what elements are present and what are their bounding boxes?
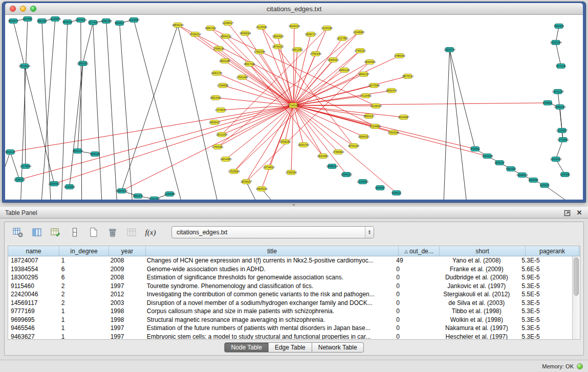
- graph-node[interactable]: 12106015: [371, 104, 382, 108]
- graph-node[interactable]: 16546103: [341, 172, 352, 177]
- table-cell[interactable]: 5.3E-5: [519, 282, 572, 291]
- table-row[interactable]: 1830029562008Estimation of significance …: [8, 273, 572, 282]
- graph-edge[interactable]: [449, 50, 475, 149]
- graph-node[interactable]: 17090214: [189, 32, 201, 37]
- graph-edge[interactable]: [83, 23, 93, 63]
- table-cell[interactable]: 14569117: [8, 299, 59, 308]
- column-header-out_de[interactable]: △out_de...: [399, 246, 440, 256]
- graph-node[interactable]: 17463091: [212, 145, 223, 149]
- graph-node[interactable]: 17465231: [355, 49, 366, 53]
- graph-node[interactable]: 9065409: [528, 178, 538, 183]
- table-cell[interactable]: 0: [394, 324, 434, 333]
- graph-node[interactable]: 17590342: [286, 170, 297, 175]
- graph-edge[interactable]: [122, 25, 178, 191]
- vertical-scrollbar[interactable]: [572, 256, 580, 339]
- graph-node[interactable]: 18563217: [363, 114, 375, 119]
- table-cell[interactable]: 0: [394, 290, 434, 299]
- graph-edge[interactable]: [293, 105, 346, 174]
- table-cell[interactable]: Estimation of the future numbers of pati…: [144, 324, 394, 333]
- table-cell[interactable]: 0: [394, 299, 434, 308]
- graph-node[interactable]: 17625814: [228, 169, 239, 174]
- table-cell[interactable]: Corpus callosum shape and size in male p…: [144, 307, 394, 316]
- splitter-grip-icon[interactable]: ▾: [289, 203, 298, 207]
- new-table-button[interactable]: [88, 226, 100, 238]
- table-cell[interactable]: 2008: [108, 273, 144, 282]
- graph-node[interactable]: 20863519: [116, 189, 127, 193]
- table-cell[interactable]: 9465546: [8, 324, 59, 333]
- graph-node[interactable]: 10982364: [101, 19, 112, 24]
- table-cell[interactable]: 9699695: [8, 316, 59, 324]
- graph-edge[interactable]: [93, 23, 102, 200]
- graph-edge[interactable]: [134, 20, 184, 200]
- table-row[interactable]: 969969511998Structural magnetic resonanc…: [8, 316, 572, 324]
- table-cell[interactable]: 9115460: [8, 282, 59, 291]
- graph-node[interactable]: 18794203: [272, 45, 284, 49]
- column-header-short[interactable]: short: [440, 246, 526, 256]
- table-cell[interactable]: 1: [59, 256, 108, 265]
- edit-columns-button[interactable]: [50, 226, 62, 238]
- graph-node[interactable]: 11548908: [353, 30, 364, 35]
- graph-node[interactable]: 17204893: [369, 124, 381, 129]
- graph-node[interactable]: 10234976: [50, 17, 61, 21]
- graph-edge[interactable]: [293, 105, 323, 156]
- table-cell[interactable]: 6: [59, 273, 108, 282]
- table-row[interactable]: 1938455462009Genome-wide association stu…: [8, 265, 572, 274]
- graph-edge[interactable]: [246, 62, 370, 182]
- graph-node[interactable]: 10304218: [482, 154, 493, 159]
- graph-node[interactable]: 9546328: [554, 24, 564, 29]
- table-cell[interactable]: 0: [394, 307, 434, 316]
- column-header-year[interactable]: year: [109, 246, 146, 256]
- table-cell[interactable]: 2012: [108, 290, 144, 299]
- graph-edge[interactable]: [70, 63, 83, 187]
- graph-node[interactable]: 18564212: [220, 34, 231, 39]
- graph-node[interactable]: 17836250: [279, 140, 291, 144]
- window-close-button[interactable]: [10, 6, 16, 12]
- graph-edge[interactable]: [293, 56, 400, 105]
- graph-edge[interactable]: [78, 63, 83, 151]
- graph-node[interactable]: 11439302: [64, 185, 75, 189]
- table-cell[interactable]: 19384554: [8, 265, 59, 274]
- table-cell[interactable]: 5.6E-5: [519, 265, 572, 274]
- table-cell[interactable]: 2: [59, 282, 108, 291]
- table-cell[interactable]: 18300295: [8, 273, 59, 282]
- table-cell[interactable]: Changes of HCN gene expression and I(f) …: [144, 256, 394, 265]
- graph-node[interactable]: 18356027: [241, 180, 252, 184]
- graph-node[interactable]: 16836412: [209, 120, 220, 125]
- table-cell[interactable]: 5.3E-5: [519, 299, 572, 308]
- table-row[interactable]: 977716911998Corpus callosum shape and si…: [8, 307, 572, 316]
- window-zoom-button[interactable]: [30, 6, 36, 12]
- graph-node[interactable]: 16813051: [292, 48, 303, 52]
- graph-node[interactable]: 19014083: [220, 157, 231, 162]
- table-cell[interactable]: 5.5E-5: [519, 290, 572, 299]
- graph-node[interactable]: 9604517: [115, 21, 125, 26]
- graph-node[interactable]: 16905319: [256, 187, 267, 191]
- table-row[interactable]: 911546021997Tourette syndrome. Phenomeno…: [8, 282, 572, 291]
- column-header-title[interactable]: title: [146, 246, 399, 256]
- graph-edge[interactable]: [556, 42, 561, 66]
- column-header-name[interactable]: name: [8, 246, 59, 256]
- tab-edge-table[interactable]: Edge Table: [269, 342, 312, 353]
- function-builder-button[interactable]: f(x): [144, 226, 157, 238]
- graph-node[interactable]: 21154290: [321, 26, 333, 31]
- table-cell[interactable]: 0: [394, 333, 434, 340]
- graph-node[interactable]: 18096713: [305, 32, 316, 37]
- graph-node[interactable]: 17284538: [217, 83, 228, 88]
- graph-edge[interactable]: [42, 21, 51, 200]
- table-cell[interactable]: Jankovic et al. (1997): [434, 282, 519, 291]
- dropdown-stepper-icon[interactable]: ▲▼: [365, 227, 374, 238]
- table-mode-button[interactable]: [12, 226, 24, 238]
- graph-node[interactable]: 19305421: [328, 58, 339, 62]
- table-cell[interactable]: 0: [394, 316, 434, 324]
- graph-node[interactable]: 9245087: [375, 186, 385, 190]
- table-cell[interactable]: 0: [394, 273, 434, 282]
- graph-edge[interactable]: [122, 105, 293, 191]
- table-cell[interactable]: 5.3E-5: [519, 324, 572, 333]
- graph-node[interactable]: 18354906: [364, 60, 376, 64]
- table-cell[interactable]: 2008: [108, 256, 144, 265]
- delete-table-button[interactable]: [106, 226, 119, 238]
- graph-node[interactable]: 19861302: [205, 26, 216, 31]
- table-cell[interactable]: 5.3E-5: [519, 256, 572, 265]
- graph-edge[interactable]: [293, 105, 404, 117]
- graph-node[interactable]: 18027316: [244, 62, 255, 67]
- table-cell[interactable]: 5.9E-5: [519, 273, 572, 282]
